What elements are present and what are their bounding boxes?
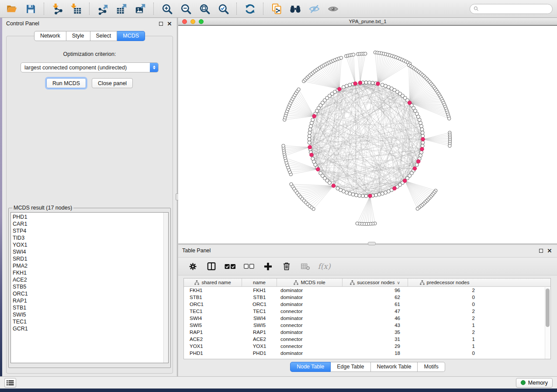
column-header-predecessor-nodes[interactable]: predecessor nodes [408,279,481,286]
result-list-scrollbar[interactable] [163,213,168,363]
search-binoculars-icon[interactable] [288,2,303,15]
window-close-icon[interactable] [182,19,187,24]
cell-successor-nodes[interactable]: 46 [343,316,408,321]
table-row[interactable]: YOX1 YOX1 connector 29 1 [184,343,550,350]
task-history-button[interactable] [4,378,16,388]
table-row[interactable]: RAP1 RAP1 dominator 35 2 [184,329,550,336]
export-image-icon[interactable] [133,2,148,15]
column-header-name[interactable]: name [242,279,277,286]
add-row-icon[interactable] [262,261,273,272]
cell-shared-name[interactable]: SWI5 [184,323,242,328]
open-file-icon[interactable] [4,2,19,15]
hide-selected-icon[interactable] [307,2,322,15]
close-panel-icon[interactable]: ✕ [546,247,553,254]
float-panel-icon[interactable] [157,20,164,27]
mcds-result-node[interactable]: TEC1 [13,318,168,325]
table-row[interactable]: PHD1 PHD1 dominator 18 0 [184,350,550,357]
zoom-fit-icon[interactable] [197,2,212,15]
mcds-result-node[interactable]: TID3 [13,234,168,241]
cell-name[interactable]: STB1 [242,295,277,300]
tab-node-table[interactable]: Node Table [290,362,331,372]
optimization-criterion-select[interactable]: largest connected component (undirected) [21,62,159,72]
export-table-icon[interactable] [114,2,129,15]
cell-name[interactable]: YOX1 [242,344,277,349]
tab-select[interactable]: Select [90,31,118,41]
mcds-result-node[interactable]: PHD1 [13,213,168,220]
cell-mcds-role[interactable]: connector [277,323,343,328]
cell-successor-nodes[interactable]: 18 [343,351,408,356]
cell-predecessor-nodes[interactable]: 0 [408,302,481,307]
mcds-result-node[interactable]: STP4 [13,227,168,234]
mcds-result-node[interactable]: RAP1 [13,297,168,304]
close-panel-button[interactable]: Close panel [92,78,133,88]
export-network-icon[interactable] [95,2,110,15]
mcds-result-list[interactable]: PHD1 CAR1 STP4 TID3 YOX1 SWI4 SRD1 PMA2 [10,212,169,363]
cell-successor-nodes[interactable]: 96 [343,288,408,293]
cell-mcds-role[interactable]: connector [277,344,343,349]
table-vertical-scrollbar[interactable] [545,287,550,359]
column-header-shared-name[interactable]: shared name [184,279,242,286]
zoom-selected-icon[interactable] [216,2,231,15]
mcds-result-node[interactable]: SRD1 [13,255,168,262]
mcds-result-node[interactable]: STB1 [13,304,168,311]
cell-name[interactable]: PHD1 [242,351,277,356]
table-row[interactable]: TEC1 TEC1 connector 47 2 [184,308,550,315]
cell-shared-name[interactable]: FKH1 [184,288,242,293]
mcds-result-node[interactable]: ORC1 [13,290,168,297]
tab-network[interactable]: Network [34,31,66,41]
cell-mcds-role[interactable]: dominator [277,295,343,300]
cell-successor-nodes[interactable]: 62 [343,295,408,300]
splitter-handle[interactable] [368,242,376,245]
cell-predecessor-nodes[interactable]: 1 [408,344,481,349]
cell-shared-name[interactable]: RAP1 [184,330,242,335]
cell-name[interactable]: SWI5 [242,323,277,328]
cell-successor-nodes[interactable]: 47 [343,309,408,314]
mcds-result-node[interactable]: SWI4 [13,248,168,255]
table-row[interactable]: SWI5 SWI5 connector 43 1 [184,322,550,329]
mcds-result-node[interactable]: STB5 [13,283,168,290]
cell-shared-name[interactable]: YOX1 [184,344,242,349]
horizontal-splitter[interactable] [178,244,557,245]
show-all-icon[interactable] [325,2,340,15]
import-table-icon[interactable] [69,2,83,15]
mcds-result-node[interactable]: GCR1 [13,325,168,332]
tab-mcds[interactable]: MCDS [117,31,145,41]
column-header-mcds-role[interactable]: MCDS role [277,279,343,286]
tab-edge-table[interactable]: Edge Table [331,362,370,372]
cell-mcds-role[interactable]: dominator [277,288,343,293]
run-mcds-button[interactable]: Run MCDS [46,78,86,88]
search-input[interactable] [481,6,549,12]
cell-shared-name[interactable]: STB1 [184,295,242,300]
cell-mcds-role[interactable]: dominator [277,302,343,307]
deselect-all-icon[interactable] [243,261,255,272]
table-row[interactable]: ACE2 ACE2 connector 31 1 [184,336,550,343]
cell-mcds-role[interactable]: connector [277,309,343,314]
refresh-layout-icon[interactable] [242,2,257,15]
import-network-icon[interactable] [50,2,65,15]
cell-predecessor-nodes[interactable]: 1 [408,323,481,328]
table-row[interactable]: STB1 STB1 dominator 62 0 [184,294,550,301]
cell-shared-name[interactable]: TEC1 [184,309,242,314]
cell-predecessor-nodes[interactable]: 1 [408,337,481,342]
save-session-icon[interactable] [23,2,38,15]
close-panel-icon[interactable]: ✕ [166,20,173,27]
cell-predecessor-nodes[interactable]: 2 [408,309,481,314]
cell-successor-nodes[interactable]: 35 [343,330,408,335]
show-columns-icon[interactable] [206,261,217,272]
cell-name[interactable]: ACE2 [242,337,277,342]
cell-predecessor-nodes[interactable]: 0 [408,351,481,356]
cell-name[interactable]: RAP1 [242,330,277,335]
zoom-out-icon[interactable] [178,2,193,15]
cell-mcds-role[interactable]: dominator [277,330,343,335]
network-graph[interactable] [178,26,557,244]
gear-icon[interactable] [187,261,198,272]
cell-predecessor-nodes[interactable]: 0 [408,295,481,300]
cell-mcds-role[interactable]: connector [277,337,343,342]
select-all-check-icon[interactable] [225,261,236,272]
table-row[interactable]: FKH1 FKH1 dominator 96 2 [184,287,550,294]
network-canvas[interactable] [178,25,557,244]
cell-predecessor-nodes[interactable]: 2 [408,288,481,293]
cell-name[interactable]: TEC1 [242,309,277,314]
mcds-result-node[interactable]: CAR1 [13,220,168,227]
cell-name[interactable]: FKH1 [242,288,277,293]
